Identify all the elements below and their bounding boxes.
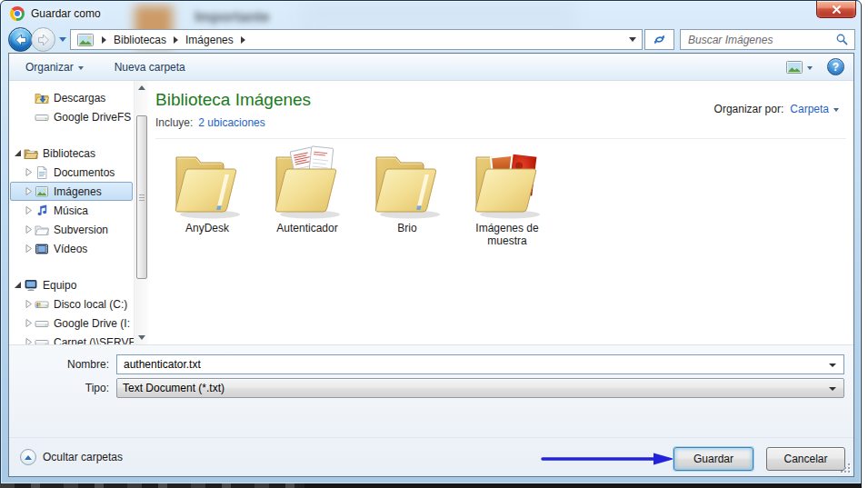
back-button[interactable] <box>8 27 33 52</box>
library-subtitle: Incluye: 2 ubicaciones <box>155 116 853 129</box>
tree-group: EquipoDisco local (C:)Google Drive (I:Ca… <box>9 275 148 344</box>
scrollbar-thumb[interactable] <box>136 115 147 279</box>
file-type-label: Tipo: <box>9 382 116 394</box>
expand-arrow-icon[interactable] <box>24 186 34 196</box>
command-bar: Organizar Nueva carpeta ? <box>9 54 853 81</box>
sidebar-item-documentos[interactable]: Documentos <box>10 163 133 182</box>
breadcrumb-separator-icon <box>241 36 245 44</box>
sidebar-item-música[interactable]: Música <box>10 201 133 220</box>
save-button-label: Guardar <box>693 453 733 465</box>
cancel-button-label: Cancelar <box>783 453 827 465</box>
hide-folders-button[interactable]: Ocultar carpetas <box>20 449 123 465</box>
chevron-down-icon <box>833 108 839 112</box>
chevron-down-icon <box>807 66 813 70</box>
refresh-icon <box>652 32 667 47</box>
resize-grip[interactable] <box>840 463 851 473</box>
help-icon: ? <box>833 61 839 74</box>
content-row: DescargasGoogle DriveFSBibliotecasDocume… <box>9 81 853 344</box>
drive-icon <box>34 110 49 124</box>
search-box <box>680 29 855 50</box>
sidebar-item-google-drivefs[interactable]: Google DriveFS <box>10 107 133 126</box>
collapse-arrow-icon[interactable] <box>13 280 23 290</box>
collapse-arrow-icon[interactable] <box>13 148 23 158</box>
new-folder-button[interactable]: Nueva carpeta <box>107 57 193 77</box>
folder-name: Imágenes de muestra <box>457 222 557 247</box>
dialog-footer: Ocultar carpetas Guardar Cancelar <box>9 437 853 476</box>
expand-arrow-icon[interactable] <box>24 299 34 309</box>
file-type-value: Text Document (*.txt) <box>123 382 224 394</box>
chevron-down-icon[interactable] <box>829 364 836 367</box>
sidebar-item-descargas[interactable]: Descargas <box>10 88 133 107</box>
file-name-label: Nombre: <box>9 358 116 371</box>
close-button[interactable] <box>816 1 856 18</box>
folder-plain-icon <box>34 223 49 237</box>
drive-icon <box>34 316 49 331</box>
expand-arrow-icon[interactable] <box>24 224 34 234</box>
music-icon <box>34 204 49 218</box>
arrange-by-dropdown[interactable]: Carpeta <box>790 103 839 115</box>
library-icon <box>23 146 38 161</box>
save-button[interactable]: Guardar <box>673 447 753 471</box>
address-dropdown-arrow-icon[interactable] <box>629 37 636 42</box>
file-name-combobox <box>116 354 844 374</box>
save-as-dialog: Importante Guardar como <box>0 0 862 484</box>
cancel-button[interactable]: Cancelar <box>766 447 845 471</box>
locations-link[interactable]: 2 ubicaciones <box>198 116 264 129</box>
sidebar-item-label: Vídeos <box>54 243 87 255</box>
includes-label: Incluye: <box>155 116 193 129</box>
refresh-button[interactable] <box>644 29 674 50</box>
video-icon <box>34 242 49 256</box>
help-button[interactable]: ? <box>827 58 844 75</box>
sidebar-item-disco-local-c-[interactable]: Disco local (C:) <box>10 294 133 314</box>
folder-item-brio[interactable]: Brio <box>357 144 457 247</box>
sidebar-item-label: Equipo <box>43 279 76 292</box>
annotation-arrow <box>541 453 675 465</box>
close-icon <box>832 5 842 15</box>
header-separator <box>155 138 846 139</box>
sidebar-item-label: Subversion <box>54 224 108 236</box>
tree-group: BibliotecasDocumentosImágenesMúsicaSubve… <box>9 144 148 258</box>
folder-icon <box>457 144 557 221</box>
folder-icon <box>157 144 257 221</box>
forward-button[interactable] <box>31 27 55 52</box>
expand-arrow-icon[interactable] <box>24 205 34 215</box>
sidebar-scrollbar[interactable] <box>134 81 148 344</box>
folder-name: Brio <box>357 222 457 234</box>
window-title: Guardar como <box>31 7 101 20</box>
expand-arrow-icon[interactable] <box>24 244 34 254</box>
chrome-icon <box>10 6 25 21</box>
views-button[interactable] <box>786 61 813 74</box>
expand-arrow-icon[interactable] <box>24 337 34 344</box>
folder-item-anydesk[interactable]: AnyDesk <box>157 144 257 247</box>
sidebar-item-bibliotecas[interactable]: Bibliotecas <box>10 144 133 163</box>
address-bar[interactable]: BibliotecasImágenes <box>70 29 643 50</box>
sidebar-item-imágenes[interactable]: Imágenes <box>10 182 133 201</box>
search-input[interactable] <box>686 33 835 47</box>
sidebar-item-subversion[interactable]: Subversion <box>10 220 133 239</box>
expand-arrow-icon[interactable] <box>24 318 34 328</box>
breadcrumb: BibliotecasImágenes <box>95 32 252 48</box>
scroll-down-arrow-icon[interactable] <box>135 331 148 344</box>
sidebar-item-label: Descargas <box>54 92 105 105</box>
organize-menu-button[interactable]: Organizar <box>18 57 91 77</box>
sidebar-item-equipo[interactable]: Equipo <box>10 275 133 294</box>
expand-arrow-icon[interactable] <box>24 167 34 177</box>
sidebar-item-carnet-serve[interactable]: Carnet (\\SERVE <box>10 333 133 344</box>
collapse-circle-icon <box>20 449 36 465</box>
folder-item-imágenes-de-muestra[interactable]: Imágenes de muestra <box>457 144 557 247</box>
breadcrumb-item-bibliotecas[interactable]: Bibliotecas <box>113 32 167 48</box>
file-name-input[interactable] <box>122 357 823 372</box>
scroll-up-arrow-icon[interactable] <box>135 81 148 95</box>
organize-label: Organizar <box>25 61 74 74</box>
file-type-dropdown[interactable]: Text Document (*.txt) <box>116 378 844 398</box>
dialog-client-area: Organizar Nueva carpeta ? <box>8 53 854 477</box>
breadcrumb-item-imágenes[interactable]: Imágenes <box>185 32 234 48</box>
recent-pages-chevron-icon[interactable] <box>59 37 66 42</box>
folder-name: Autenticador <box>257 222 357 234</box>
folder-grid: AnyDeskAutenticadorBrioImágenes de muest… <box>157 144 853 247</box>
sidebar-item-google-drive-i-[interactable]: Google Drive (I: <box>10 314 133 333</box>
document-icon <box>34 165 49 180</box>
folder-item-autenticador[interactable]: Autenticador <box>257 144 357 247</box>
sidebar-item-vídeos[interactable]: Vídeos <box>10 239 133 258</box>
chevron-down-icon <box>829 387 836 391</box>
